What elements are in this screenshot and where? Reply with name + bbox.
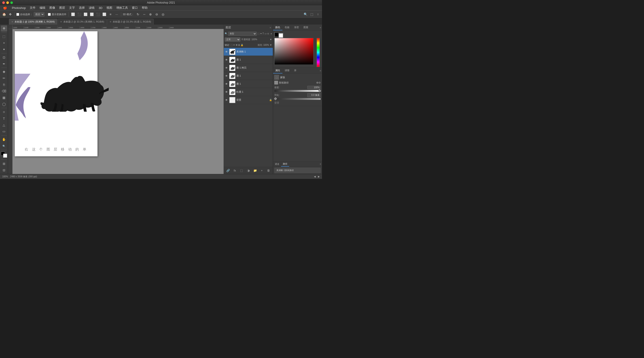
navigator-next[interactable]: ▶ [318,175,320,178]
canvas-content[interactable]: 右 这 个 图 层 移 动 的 单 [12,29,224,174]
canvas-area[interactable]: 1000 1100 1200 1300 1400 1500 1600 1700 … [8,24,224,174]
layer-eye-1[interactable]: 👁 [225,58,228,62]
menu-plugins[interactable]: 增效工具 [114,5,130,10]
shape-path-add[interactable]: ⊕ [316,81,318,84]
channels-panel-collapse[interactable]: ≡ [320,163,321,165]
tab-properties[interactable]: 属性 [273,68,282,73]
align-center-v-btn[interactable]: ⬛ [95,12,100,17]
magic-wand-tool[interactable] [1,46,7,52]
move-tool-btn[interactable]: ✥ [8,12,13,17]
brush-tool[interactable] [1,75,7,81]
apple-menu[interactable]: 🍎 [1,5,9,10]
eraser-tool[interactable] [1,88,7,94]
shape-path-subtract[interactable]: ⊖ [318,81,321,84]
3d-extra-btn[interactable]: ◎ [160,12,166,17]
tab-libraries[interactable]: 库 [292,68,299,73]
tab-close-0[interactable]: ✕ [12,20,13,23]
menu-filter[interactable]: 滤镜 [87,5,96,10]
tab-swatches[interactable]: 色板 [282,25,292,30]
feather-value[interactable]: 0.0 像素 [307,93,321,97]
lock-position[interactable]: ✥ [236,44,238,46]
menu-layer[interactable]: 图层 [58,5,67,10]
layer-item-5[interactable]: 👁 杜鹿 1 [224,88,273,96]
tab-color[interactable]: 颜色 [273,25,282,30]
menu-view[interactable]: 视图 [105,5,114,10]
minimize-button[interactable] [6,1,9,4]
layer-filter-toggle[interactable]: ● [270,32,272,35]
blend-mode-select[interactable]: 正常 [225,37,240,41]
layer-adjustment-btn[interactable]: ◑ [246,168,251,173]
align-center-h-btn[interactable]: ⬛ [76,12,82,17]
auto-select-checkbox[interactable] [16,13,19,16]
tab-2[interactable]: ✕ 未标题-3 @ 33.3% (杜鹿 1, RGB/8) [107,19,154,24]
clone-tool[interactable] [1,82,7,88]
layer-new-btn[interactable]: + [259,168,264,173]
layer-filter-icon4[interactable]: ▭ [264,32,266,35]
layer-group-btn[interactable]: 📁 [252,168,258,173]
tab-close-1[interactable]: ✕ [60,20,62,23]
3d-pan-btn[interactable]: ↔ [142,12,147,17]
menu-select[interactable]: 选择 [77,5,86,10]
3d-walk-btn[interactable]: ⊖ [154,12,160,17]
menu-photoshop[interactable]: Photoshop [10,6,28,10]
density-slider-handle[interactable] [318,89,321,92]
density-value[interactable]: 100% [307,86,321,89]
layers-list[interactable]: 👁 美洲豹 1 👁 [224,48,273,167]
paths-tab[interactable]: 路径 [281,162,289,167]
lock-transparency[interactable]: ⬚ [230,44,232,46]
rectangular-select-tool[interactable] [1,33,7,39]
menu-help[interactable]: 帮助 [140,5,149,10]
shape-tool[interactable] [1,128,7,135]
layer-mask-btn[interactable]: ⬚ [239,168,244,173]
maximize-button[interactable] [10,1,13,4]
layer-eye-2[interactable]: 👁 [225,66,228,70]
hue-strip[interactable] [317,38,320,67]
lock-all[interactable]: 🔒 [240,44,243,46]
opacity-arrow[interactable]: ▼ [270,38,272,41]
layer-link-btn[interactable]: 🔗 [226,168,231,173]
align-right-btn[interactable]: ⬜ [83,12,88,17]
lock-paint[interactable]: ✏ [233,44,235,46]
menu-image[interactable]: 图像 [48,5,57,10]
fg-bg-colors[interactable] [1,152,7,158]
workspace-btn[interactable]: ⬚ [309,12,314,17]
pen-tool[interactable] [1,109,7,115]
layer-item-1[interactable]: 👁 鹿 1 [224,56,273,64]
zoom-tool[interactable] [1,143,7,149]
gradient-tool[interactable] [1,95,7,101]
layer-item-3[interactable]: 👁 鹿 1 [224,72,273,80]
layer-item-6[interactable]: 👁 背景 🔒 [224,96,273,104]
align-bottom-btn[interactable]: ⬜ [102,12,107,17]
traffic-lights[interactable] [0,1,13,4]
tab-patterns[interactable]: 图案 [301,25,310,30]
dodge-tool[interactable] [1,101,7,107]
tab-0[interactable]: ✕ 未标题-1 @ 100% (美洲豹 1, RGB/8) [9,19,57,24]
text-tool[interactable] [1,115,7,122]
eyedropper-tool[interactable] [1,61,7,67]
lasso-tool[interactable] [1,40,7,46]
layers-panel-collapse[interactable]: ≡ [270,26,271,29]
3d-rotate-btn[interactable]: ↻ [135,12,141,17]
layer-filter-icon5[interactable]: ⊙ [267,32,269,35]
show-transform-checkbox[interactable] [48,13,51,16]
tab-1[interactable]: ✕ 未标题-2 @ 33.3% (美洲豹 1, RGB/8) [58,19,107,24]
layer-item-0[interactable]: 👁 美洲豹 1 [224,48,273,56]
home-button[interactable]: 🏠 [1,12,7,17]
layer-filter-icon2[interactable]: ✦ [260,32,262,35]
menu-file[interactable]: 文件 [28,5,37,10]
layer-eye-4[interactable]: 👁 [225,82,228,86]
menu-window[interactable]: 窗口 [130,5,140,10]
extra-tools-2[interactable]: ⊟ [1,167,7,173]
feather-slider[interactable] [274,98,321,100]
background-swatch[interactable] [278,33,283,38]
layer-item-2[interactable]: 👁 鹿 1 拷贝 [224,64,273,72]
layer-delete-btn[interactable]: 🗑 [266,168,271,173]
layer-eye-3[interactable]: 👁 [225,74,228,78]
tab-close-2[interactable]: ✕ [110,20,111,23]
density-slider[interactable] [274,90,321,92]
more-btn[interactable]: ··· [114,12,120,17]
properties-panel-collapse[interactable]: ≡ [320,69,321,72]
3d-zoom-btn[interactable]: ⊕ [148,12,153,17]
align-left-btn[interactable]: ⬜ [70,12,76,17]
mask-icon[interactable]: ⬚ [274,75,279,79]
